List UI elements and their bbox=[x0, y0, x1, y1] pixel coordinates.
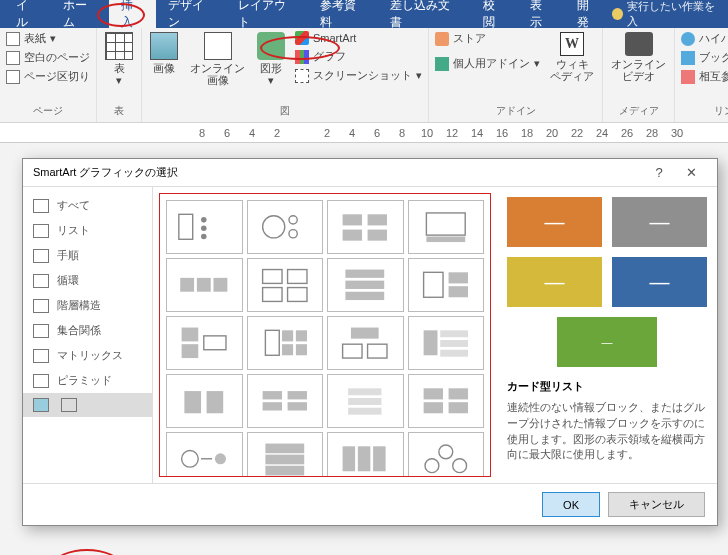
svg-rect-57 bbox=[265, 455, 304, 465]
svg-rect-36 bbox=[368, 344, 387, 358]
preview-swatch-large: — bbox=[557, 317, 657, 367]
smartart-icon bbox=[295, 31, 309, 45]
layout-thumbnail[interactable] bbox=[327, 258, 404, 312]
svg-rect-15 bbox=[214, 278, 228, 292]
layout-thumbnail[interactable] bbox=[247, 432, 324, 477]
layout-thumbnail[interactable] bbox=[166, 316, 243, 370]
layout-thumbnail[interactable] bbox=[408, 200, 485, 254]
category-icon bbox=[33, 199, 49, 213]
layout-thumbnail[interactable] bbox=[166, 432, 243, 477]
help-button[interactable]: ? bbox=[643, 165, 675, 180]
screenshot-button[interactable]: スクリーンショット ▾ bbox=[293, 67, 424, 84]
category-item[interactable]: 循環 bbox=[23, 268, 152, 293]
preview-swatches: ———— bbox=[507, 197, 707, 307]
layout-thumbnail[interactable] bbox=[247, 316, 324, 370]
svg-rect-45 bbox=[263, 402, 282, 410]
chart-button[interactable]: グラフ bbox=[293, 48, 424, 65]
svg-point-2 bbox=[201, 226, 207, 232]
shapes-button[interactable]: 図形▾ bbox=[253, 30, 289, 88]
tell-me[interactable]: 実行したい作業を入 bbox=[612, 0, 728, 29]
pictures-button[interactable]: 画像 bbox=[146, 30, 182, 76]
layout-thumbnail[interactable] bbox=[247, 258, 324, 312]
svg-rect-42 bbox=[207, 391, 224, 413]
preview-description: 連続性のない情報ブロック、またはグループ分けされた情報ブロックを示すのに使用しま… bbox=[507, 400, 707, 463]
page-break-button[interactable]: ページ区切り bbox=[4, 68, 92, 85]
bookmark-button[interactable]: ブックマーク bbox=[679, 49, 728, 66]
page-icon bbox=[6, 32, 20, 46]
wiki-icon: W bbox=[560, 32, 584, 56]
svg-rect-20 bbox=[346, 270, 385, 278]
svg-rect-59 bbox=[343, 447, 355, 472]
layout-thumbnail[interactable] bbox=[408, 432, 485, 477]
ribbon: 表紙 ▾ 空白のページ ページ区切り ページ 表▾ 表 画像 オンライン 画像 … bbox=[0, 28, 728, 123]
group-label: メディア bbox=[607, 102, 670, 120]
tell-me-text: 実行したい作業を入 bbox=[627, 0, 722, 29]
svg-rect-27 bbox=[182, 344, 199, 358]
category-item-picture[interactable] bbox=[23, 393, 152, 417]
layout-thumbnail[interactable] bbox=[327, 432, 404, 477]
svg-rect-40 bbox=[440, 350, 468, 357]
my-addins-button[interactable]: 個人用アドイン ▾ bbox=[433, 55, 542, 72]
store-button[interactable]: ストア bbox=[433, 30, 542, 47]
picture-icon bbox=[150, 32, 178, 60]
layout-thumbnail[interactable] bbox=[166, 200, 243, 254]
hyperlink-button[interactable]: ハイパーリンク bbox=[679, 30, 728, 47]
svg-rect-41 bbox=[185, 391, 202, 413]
cover-page-button[interactable]: 表紙 ▾ bbox=[4, 30, 92, 47]
svg-rect-48 bbox=[349, 398, 382, 405]
svg-point-5 bbox=[289, 216, 297, 224]
layout-thumbnail[interactable] bbox=[247, 200, 324, 254]
smartart-button[interactable]: SmartArt bbox=[293, 30, 424, 46]
highlight-circle bbox=[54, 549, 120, 555]
svg-rect-61 bbox=[374, 447, 386, 472]
svg-rect-37 bbox=[424, 331, 438, 356]
category-item[interactable]: 手順 bbox=[23, 243, 152, 268]
layout-thumbnail[interactable] bbox=[327, 374, 404, 428]
category-item[interactable]: マトリックス bbox=[23, 343, 152, 368]
layout-thumbnail[interactable] bbox=[408, 374, 485, 428]
online-pictures-button[interactable]: オンライン 画像 bbox=[186, 30, 249, 88]
group-links: ハイパーリンク ブックマーク 相互参照 リンク bbox=[675, 28, 728, 122]
category-item[interactable]: すべて bbox=[23, 193, 152, 218]
svg-point-54 bbox=[182, 451, 199, 468]
cancel-button[interactable]: キャンセル bbox=[608, 492, 705, 517]
layout-thumbnail[interactable] bbox=[327, 316, 404, 370]
layout-thumbnail[interactable] bbox=[408, 316, 485, 370]
layout-thumbnail[interactable] bbox=[166, 374, 243, 428]
layout-thumbnail[interactable] bbox=[247, 374, 324, 428]
layout-thumbnail[interactable] bbox=[408, 258, 485, 312]
layout-thumbnail[interactable] bbox=[327, 200, 404, 254]
break-icon bbox=[6, 70, 20, 84]
group-illustrations: 画像 オンライン 画像 図形▾ SmartArt グラフ スクリーンショット ▾… bbox=[142, 28, 429, 122]
svg-rect-18 bbox=[263, 288, 282, 302]
category-item[interactable]: 集合関係 bbox=[23, 318, 152, 343]
svg-rect-9 bbox=[343, 230, 362, 241]
smartart-dialog: SmartArt グラフィックの選択 ? ✕ すべてリスト手順循環階層構造集合関… bbox=[22, 158, 718, 526]
category-item[interactable]: ピラミッド bbox=[23, 368, 152, 393]
close-button[interactable]: ✕ bbox=[675, 165, 707, 180]
category-item[interactable]: リスト bbox=[23, 218, 152, 243]
group-label: リンク bbox=[679, 102, 728, 120]
layout-thumbnail[interactable] bbox=[166, 258, 243, 312]
ok-button[interactable]: OK bbox=[542, 492, 600, 517]
cross-ref-button[interactable]: 相互参照 bbox=[679, 68, 728, 85]
svg-point-1 bbox=[201, 217, 207, 223]
table-button[interactable]: 表▾ bbox=[101, 30, 137, 88]
svg-rect-28 bbox=[204, 336, 226, 350]
svg-rect-0 bbox=[179, 215, 193, 240]
layout-gallery bbox=[159, 193, 491, 477]
svg-rect-11 bbox=[426, 213, 465, 235]
svg-rect-50 bbox=[424, 389, 443, 400]
category-icon bbox=[33, 374, 49, 388]
bulb-icon bbox=[612, 8, 623, 20]
wikipedia-button[interactable]: Wウィキ ペディア bbox=[546, 30, 598, 84]
svg-rect-38 bbox=[440, 331, 468, 338]
store-icon bbox=[435, 32, 449, 46]
online-video-button[interactable]: オンライン ビデオ bbox=[607, 30, 670, 84]
svg-rect-17 bbox=[288, 270, 307, 284]
preview-swatch: — bbox=[612, 197, 707, 247]
category-item[interactable]: 階層構造 bbox=[23, 293, 152, 318]
category-icon bbox=[33, 249, 49, 263]
link-icon bbox=[681, 32, 695, 46]
blank-page-button[interactable]: 空白のページ bbox=[4, 49, 92, 66]
